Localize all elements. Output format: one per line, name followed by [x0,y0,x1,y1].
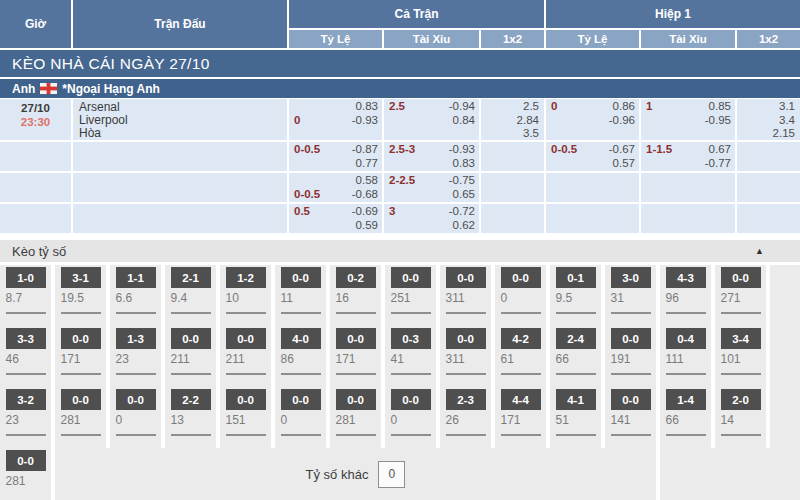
odds-value[interactable]: -0.77 [705,157,731,171]
col-group-full-time: Cả Trận [289,0,544,28]
score-cell[interactable]: 1-466 [660,387,711,448]
score-section-header[interactable]: Kèo tỷ số ▲ [0,240,800,262]
score-cell[interactable]: 2-326 [440,387,491,448]
score-cell[interactable]: 0-00 [275,387,326,448]
score-cell[interactable]: 1-323 [110,326,161,387]
handicap-value: 0 [294,114,300,128]
score-cell[interactable]: 0-0311 [440,326,491,387]
score-cell[interactable]: 0-011 [275,265,326,326]
odds-value[interactable]: -0.95 [705,114,731,128]
score-cell[interactable]: 1-16.6 [110,265,161,326]
odds-value[interactable]: 0.83 [356,100,378,114]
score-box: 3-1 [61,267,101,288]
odds-value[interactable]: 0.57 [613,157,635,171]
ft-handicap-cell[interactable]: 0.580-0.5-0.68 [289,173,382,202]
score-cell[interactable]: 2-213 [165,387,216,448]
score-cell[interactable]: 0-00 [385,387,436,448]
score-cell[interactable]: 2-19.4 [165,265,216,326]
score-cell[interactable]: 4-396 [660,265,711,326]
h1-overunder-cell[interactable]: 1-1.50.67-0.77 [641,142,735,171]
score-cell[interactable]: 0-0171 [55,326,106,387]
score-cell[interactable]: 1-210 [220,265,271,326]
ft-handicap-cell[interactable]: 0.830-0.93 [289,99,382,140]
odds-value[interactable]: 0.58 [356,174,378,188]
ft-overunder-cell[interactable]: 2-2.5-0.750.65 [384,173,479,202]
h1-handicap-cell[interactable]: 0-0.5-0.670.57 [546,142,639,171]
score-cell[interactable]: 0-341 [385,326,436,387]
score-cell[interactable]: 3-031 [605,265,656,326]
score-cell-underline [611,373,651,375]
odds-value[interactable]: 2.5 [481,100,539,114]
odds-value[interactable]: -0.72 [449,205,475,219]
score-cell[interactable]: 4-086 [275,326,326,387]
odds-value[interactable]: 2.84 [481,114,539,128]
score-cell[interactable]: 0-0211 [165,326,216,387]
score-cell[interactable]: 2-466 [550,326,601,387]
score-cell[interactable]: 0-216 [330,265,381,326]
h1-handicap-cell[interactable]: 00.86-0.96 [546,99,639,140]
h1-1x2-cell[interactable]: 3.13.42.15 [737,99,800,140]
score-cell[interactable]: 0-0191 [605,326,656,387]
ft-handicap-cell[interactable]: 0.5-0.690.59 [289,204,382,233]
odds-value[interactable]: 0.65 [453,188,475,202]
score-cell[interactable]: 4-4171 [495,387,546,448]
h1-overunder-cell[interactable]: 10.85-0.95 [641,99,735,140]
score-odds-value: 171 [501,410,541,434]
odds-value[interactable]: 0.62 [453,219,475,233]
score-cell[interactable]: 3-223 [0,387,51,448]
score-cell[interactable]: 0-0151 [220,387,271,448]
odds-value[interactable]: -0.67 [609,143,635,157]
odds-value[interactable]: 0.59 [356,219,378,233]
score-cell[interactable]: 0-0141 [605,387,656,448]
ft-overunder-cell[interactable]: 2.5-0.940.84 [384,99,479,140]
odds-value[interactable]: 0.84 [453,114,475,128]
chevron-up-icon[interactable]: ▲ [755,246,764,256]
score-cell[interactable]: 3-4101 [715,326,766,387]
odds-value[interactable]: 3.4 [737,114,795,128]
score-cell[interactable]: 4-151 [550,387,601,448]
ft-overunder-cell[interactable]: 2.5-3-0.930.83 [384,142,479,171]
score-cell[interactable]: 0-0171 [330,326,381,387]
score-cell[interactable]: 0-0281 [330,387,381,448]
odds-value[interactable]: 3.5 [481,127,539,140]
odds-value[interactable]: -0.93 [449,143,475,157]
score-cell[interactable]: 0-0311 [440,265,491,326]
score-cell[interactable]: 0-0281 [0,448,51,500]
score-cell-underline [721,373,761,375]
other-score-input[interactable] [378,461,405,488]
league-bar[interactable]: Anh *Ngoại Hạng Anh [0,79,800,98]
odds-value[interactable]: 3.1 [737,100,795,114]
score-cell[interactable]: 0-00 [495,265,546,326]
score-cell[interactable]: 3-119.5 [55,265,106,326]
odds-value[interactable]: 0.85 [709,100,731,114]
score-cell[interactable]: 0-0281 [55,387,106,448]
odds-value[interactable]: -0.75 [449,174,475,188]
score-cell[interactable]: 4-261 [495,326,546,387]
odds-value[interactable]: 2.15 [737,127,795,140]
odds-value[interactable]: -0.93 [352,114,378,128]
score-cell[interactable]: 0-00 [110,387,161,448]
score-cell[interactable]: 0-4111 [660,326,711,387]
score-box: 0-2 [336,267,376,288]
ft-1x2-cell[interactable]: 2.52.843.5 [481,99,544,140]
score-odds-value: 66 [556,349,596,373]
score-cell[interactable]: 0-0251 [385,265,436,326]
ft-handicap-cell[interactable]: 0-0.5-0.870.77 [289,142,382,171]
odds-value[interactable]: 0.77 [356,157,378,171]
score-cell[interactable]: 3-346 [0,326,51,387]
ft-overunder-cell[interactable]: 3-0.720.62 [384,204,479,233]
score-cell[interactable]: 1-08.7 [0,265,51,326]
odds-value[interactable]: -0.68 [352,188,378,202]
odds-value[interactable]: 0.83 [453,157,475,171]
odds-value[interactable]: -0.87 [352,143,378,157]
score-cell[interactable]: 0-0211 [220,326,271,387]
score-cell[interactable]: 0-0271 [715,265,766,326]
odds-value[interactable]: -0.94 [449,100,475,114]
odds-value[interactable]: 0.86 [613,100,635,114]
odds-value[interactable]: -0.96 [609,114,635,128]
score-cell[interactable]: 0-19.5 [550,265,601,326]
score-cell[interactable]: 2-014 [715,387,766,448]
odds-value[interactable]: -0.69 [352,205,378,219]
score-cell-underline [391,373,431,375]
odds-value[interactable]: 0.67 [709,143,731,157]
